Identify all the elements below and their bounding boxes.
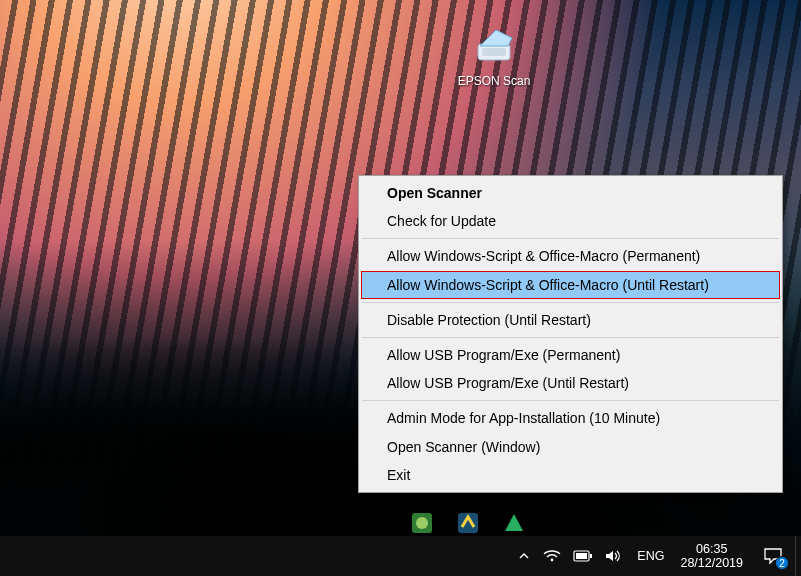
menu-separator xyxy=(362,238,779,239)
svg-point-3 xyxy=(416,517,428,529)
svg-rect-1 xyxy=(482,48,506,56)
menu-separator xyxy=(362,400,779,401)
menu-separator xyxy=(362,302,779,303)
language-indicator[interactable]: ENG xyxy=(629,536,672,576)
menu-separator xyxy=(362,337,779,338)
action-center-icon[interactable]: 2 xyxy=(751,536,795,576)
system-tray: ENG 06:35 28/12/2019 2 xyxy=(511,536,801,576)
svg-rect-9 xyxy=(576,553,587,559)
svg-marker-5 xyxy=(505,514,523,531)
menu-item-exit[interactable]: Exit xyxy=(361,461,780,489)
menu-item-allow-usb-permanent[interactable]: Allow USB Program/Exe (Permanent) xyxy=(361,341,780,369)
svg-rect-8 xyxy=(590,554,592,558)
wifi-icon[interactable] xyxy=(537,536,567,576)
clock-date: 28/12/2019 xyxy=(680,556,743,570)
menu-item-label: Disable Protection (Until Restart) xyxy=(387,312,591,328)
battery-icon[interactable] xyxy=(567,536,599,576)
svg-point-6 xyxy=(551,559,554,562)
desktop-icon-epson-scan[interactable]: EPSON Scan xyxy=(444,22,544,88)
menu-item-label: Admin Mode for App-Installation (10 Minu… xyxy=(387,410,660,426)
menu-item-label: Exit xyxy=(387,467,410,483)
menu-item-label: Allow Windows-Script & Office-Macro (Per… xyxy=(387,248,700,264)
menu-item-label: Allow USB Program/Exe (Permanent) xyxy=(387,347,620,363)
taskbar-app-3[interactable] xyxy=(494,510,534,536)
menu-item-open-scanner-window[interactable]: Open Scanner (Window) xyxy=(361,433,780,461)
language-label: ENG xyxy=(637,549,664,563)
menu-item-disable-protection[interactable]: Disable Protection (Until Restart) xyxy=(361,306,780,334)
menu-item-allow-script-until-restart[interactable]: Allow Windows-Script & Office-Macro (Unt… xyxy=(361,271,780,299)
clock-time: 06:35 xyxy=(680,542,743,556)
menu-item-label: Allow Windows-Script & Office-Macro (Unt… xyxy=(387,277,709,293)
notification-badge: 2 xyxy=(775,556,789,570)
tray-context-menu: Open Scanner Check for Update Allow Wind… xyxy=(358,175,783,493)
menu-item-allow-script-permanent[interactable]: Allow Windows-Script & Office-Macro (Per… xyxy=(361,242,780,270)
taskbar-app-1[interactable] xyxy=(402,510,442,536)
taskbar-app-2[interactable] xyxy=(448,510,488,536)
menu-item-allow-usb-until-restart[interactable]: Allow USB Program/Exe (Until Restart) xyxy=(361,369,780,397)
menu-item-label: Check for Update xyxy=(387,213,496,229)
scanner-icon xyxy=(470,22,518,70)
menu-item-check-update[interactable]: Check for Update xyxy=(361,207,780,235)
menu-item-label: Open Scanner xyxy=(387,185,482,201)
menu-item-open-scanner[interactable]: Open Scanner xyxy=(361,179,780,207)
tray-overflow-chevron[interactable] xyxy=(511,536,537,576)
menu-item-label: Open Scanner (Window) xyxy=(387,439,540,455)
taskbar-clock[interactable]: 06:35 28/12/2019 xyxy=(672,536,751,576)
menu-item-admin-mode[interactable]: Admin Mode for App-Installation (10 Minu… xyxy=(361,404,780,432)
menu-item-label: Allow USB Program/Exe (Until Restart) xyxy=(387,375,629,391)
taskbar-pinned-apps xyxy=(398,509,538,537)
show-desktop-button[interactable] xyxy=(795,536,801,576)
desktop-icon-label: EPSON Scan xyxy=(444,74,544,88)
volume-icon[interactable] xyxy=(599,536,629,576)
